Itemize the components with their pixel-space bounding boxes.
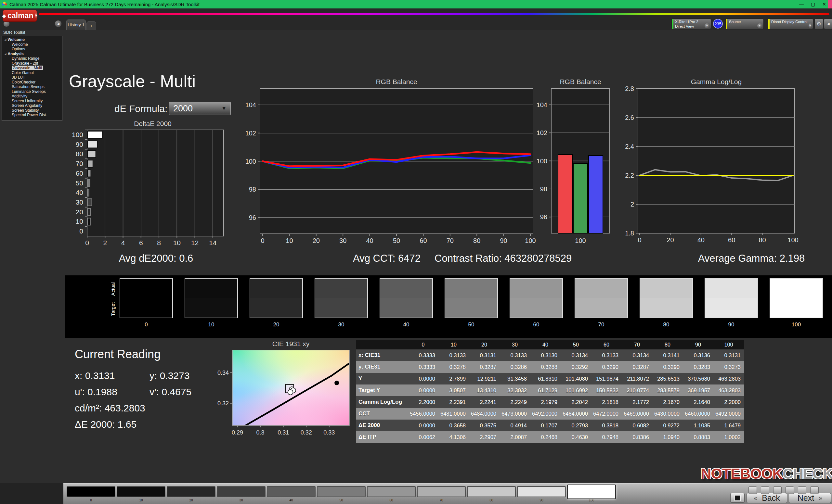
- table-row: CCT5456.00006481.00006484.00006473.00006…: [356, 408, 744, 420]
- pattern-button-label: 80: [467, 499, 516, 502]
- next-button[interactable]: Next »: [789, 493, 831, 503]
- table-cell: 0.3290: [591, 361, 622, 373]
- sidebar-item-label: Color Gamut: [12, 71, 34, 75]
- patch-actual: [185, 279, 237, 298]
- table-cell: 0.4630: [561, 431, 591, 443]
- sidebar-item-dynamic-range[interactable]: Dynamic Range: [2, 56, 62, 61]
- table-cell: 0.0000: [408, 420, 438, 431]
- table-cell: 2.2042: [561, 396, 591, 408]
- table-row: Y0.00002.789912.921131.345861.8310101.40…: [356, 373, 744, 385]
- stop-button[interactable]: [730, 493, 745, 503]
- display-control-dropdown[interactable]: Direct Display Control ▼: [768, 19, 813, 29]
- table-cell: 0.3131: [713, 349, 744, 361]
- add-tab-button[interactable]: +: [86, 22, 96, 30]
- table-col-header: 20: [469, 340, 499, 349]
- meter-name: X-Rite i1Pro 2: [675, 20, 698, 24]
- svg-text:50: 50: [393, 237, 400, 244]
- patch-target: [315, 298, 367, 317]
- patch-level-label: 50: [445, 321, 498, 328]
- table-cell: 2.2241: [469, 396, 499, 408]
- pattern-button-100[interactable]: [567, 484, 616, 499]
- average-gamma-stat: Average Gamma: 2.198: [677, 253, 826, 266]
- table-row-label: CCT: [356, 408, 408, 420]
- sidebar-item-spectral-power-dist-[interactable]: Spectral Power Dist.: [2, 113, 62, 117]
- bottom-bar-left-spacer: [0, 483, 63, 504]
- sidebar-item-3d-lut[interactable]: 3D LUT: [2, 75, 62, 80]
- sidebar-item-color-gamut[interactable]: Color Gamut: [2, 71, 62, 75]
- table-cell: 32.3032: [499, 385, 530, 396]
- table-row: y: CIE310.33330.32780.32870.32860.32880.…: [356, 361, 744, 373]
- sidebar-collapse-button[interactable]: ◀: [55, 20, 62, 27]
- table-row-label: y: CIE31: [356, 361, 408, 373]
- pattern-button-label: 90: [517, 499, 566, 502]
- tab-history-1[interactable]: History 1: [66, 20, 86, 30]
- sidebar-item-screen-angularity[interactable]: Screen Angularity: [2, 103, 62, 108]
- svg-text:2.6: 2.6: [625, 114, 634, 121]
- de-formula-select[interactable]: 2000 ▼: [169, 102, 231, 115]
- table-cell: 0.8883: [683, 431, 713, 443]
- pattern-button-40[interactable]: [267, 486, 316, 497]
- avg-cct-stat: Avg CCT: 6472: [322, 253, 452, 266]
- pattern-button-90[interactable]: [517, 486, 566, 497]
- table-cell: 0.0062: [408, 431, 438, 443]
- pattern-button-50[interactable]: [317, 486, 366, 497]
- pattern-button-label: 50: [317, 499, 366, 502]
- gear-icon[interactable]: ⚙: [814, 19, 823, 29]
- svg-text:1.8: 1.8: [625, 230, 634, 237]
- table-cell: 0.3130: [530, 349, 561, 361]
- sidebar-item-screen-stability[interactable]: Screen Stability: [2, 108, 62, 113]
- sidebar-item-colorchecker[interactable]: ColorChecker: [2, 80, 62, 85]
- sidebar-item-additivity[interactable]: Additivity: [2, 94, 62, 99]
- pattern-button-60[interactable]: [367, 486, 416, 497]
- gray-patch-90: 90: [705, 278, 758, 328]
- pattern-button-10[interactable]: [117, 486, 165, 497]
- pattern-button-0[interactable]: [67, 486, 115, 497]
- contrast-ratio-stat: Contrast Ratio: 463280278529: [435, 253, 643, 266]
- gray-patch-50: 50: [445, 278, 498, 328]
- table-cell: 6473.0000: [499, 408, 530, 420]
- sidebar-item-welcome[interactable]: ◢Welcome: [2, 37, 62, 42]
- pattern-button-label: 20: [167, 499, 215, 502]
- sidebar-item-grayscale-2pt[interactable]: Grayscale - 2pt: [2, 61, 62, 66]
- calman-menu-button[interactable]: ◈ calman ▼: [3, 10, 37, 22]
- tree-expand-icon[interactable]: ◢: [4, 38, 6, 41]
- sidebar-item-luminance-sweeps[interactable]: Luminance Sweeps: [2, 89, 62, 94]
- table-col-header: 40: [530, 340, 561, 349]
- collapse-panel-button[interactable]: ◀: [824, 19, 832, 29]
- meter-dropdown[interactable]: X-Rite i1Pro 2 Direct View ▼: [672, 19, 711, 29]
- svg-text:30: 30: [76, 198, 83, 206]
- titlebar-accent-strip: [828, 0, 832, 8]
- svg-text:102: 102: [537, 129, 547, 136]
- back-button[interactable]: « Back: [747, 493, 787, 503]
- source-dropdown[interactable]: Source ▼: [725, 19, 764, 29]
- patch-actual: [575, 279, 627, 298]
- pattern-button-70[interactable]: [417, 486, 466, 497]
- svg-text:2.8: 2.8: [625, 85, 634, 92]
- table-cell: 0.3273: [713, 361, 744, 373]
- pattern-button-30[interactable]: [217, 486, 265, 497]
- tree-expand-icon[interactable]: ◢: [4, 53, 6, 55]
- svg-text:100: 100: [575, 237, 586, 244]
- pattern-button-20[interactable]: [167, 486, 215, 497]
- svg-text:104: 104: [245, 101, 256, 109]
- table-cell: 285.6513: [652, 373, 683, 385]
- pattern-button-80[interactable]: [467, 486, 516, 497]
- svg-text:Gamma Log/Log: Gamma Log/Log: [691, 78, 742, 85]
- sidebar-item-analysis[interactable]: ◢Analysis: [2, 52, 62, 56]
- svg-text:80: 80: [473, 237, 480, 244]
- svg-text:0.29: 0.29: [232, 429, 243, 436]
- maximize-button[interactable]: ▢: [811, 2, 815, 7]
- table-cell: 2.2000: [713, 396, 744, 408]
- sidebar-item-grayscale-multi[interactable]: Grayscale - Multi: [2, 65, 62, 71]
- sidebar-item-label: Grayscale - Multi: [12, 65, 43, 70]
- gray-patch-100: 100: [770, 278, 823, 328]
- sidebar-item-options[interactable]: Options: [2, 47, 62, 52]
- close-button[interactable]: ✕: [822, 2, 826, 7]
- sidebar-item-screen-uniformity[interactable]: Screen Uniformity: [2, 99, 62, 104]
- table-cell: 0.3134: [561, 349, 591, 361]
- meter-count-badge[interactable]: 235: [713, 19, 723, 29]
- table-cell: 0.4914: [499, 420, 530, 431]
- minimize-button[interactable]: —: [799, 2, 804, 7]
- sidebar-item-welcome[interactable]: Welcome: [2, 42, 62, 47]
- sidebar-item-saturation-sweeps[interactable]: Saturation Sweeps: [2, 84, 62, 89]
